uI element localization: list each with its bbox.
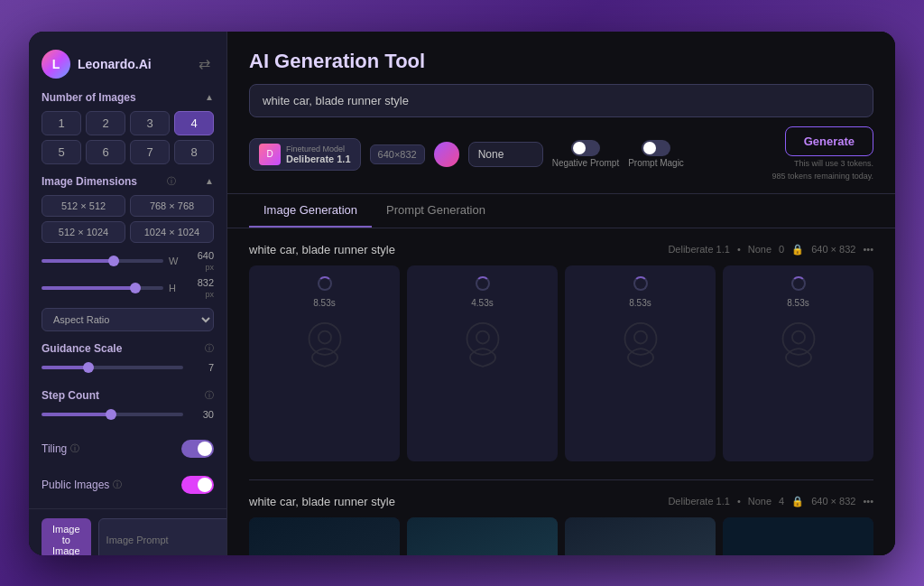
tiling-toggle[interactable] (181, 440, 214, 458)
dim-1024x1024[interactable]: 1024 × 1024 (130, 221, 214, 243)
tab-image-generation[interactable]: Image Generation (249, 194, 372, 228)
placeholder-icon-2 (451, 315, 514, 378)
guidance-slider-row: 7 (42, 362, 214, 373)
guidance-scale-section: Guidance Scale ⓘ 7 (29, 342, 226, 389)
load-time-3: 8.53s (629, 298, 651, 308)
step-slider-row: 30 (42, 409, 214, 420)
prompt-magic-toggle[interactable] (642, 140, 670, 156)
lock-icon: 🔒 (791, 244, 804, 256)
gen-header-1: white car, blade runner style Deliberate… (249, 243, 873, 256)
color-picker-button[interactable] (434, 142, 459, 167)
gen-meta-1: Deliberate 1.1 • None 0 🔒 640 × 832 ••• (668, 244, 873, 256)
load-time-2: 4.53s (471, 298, 493, 308)
controls-row: D Finetured Model Deliberate 1.1 640×832… (249, 126, 873, 182)
sidebar: L Leonardo.Ai ⇄ Number of Images ▲ 1 2 3… (29, 32, 227, 555)
tiling-toggle-row: Tiling ⓘ (42, 436, 214, 461)
step-value: 30 (189, 409, 214, 420)
section-divider (249, 479, 873, 480)
gen-prompt-2: white car, blade runner style (249, 495, 395, 508)
cyberpunk-scene-1 (249, 517, 400, 555)
style-select[interactable]: None Low Medium High (468, 142, 543, 167)
result-image-3[interactable] (565, 517, 716, 555)
num-btn-1[interactable]: 1 (42, 111, 81, 135)
num-btn-4[interactable]: 4 (174, 111, 214, 135)
guidance-value: 7 (189, 362, 214, 373)
dimension-badge: 640×832 (370, 144, 425, 164)
svg-point-7 (792, 330, 805, 343)
logo-area: L Leonardo.Ai (42, 50, 152, 79)
public-images-toggle[interactable] (181, 476, 214, 494)
cyberpunk-scene-3 (565, 517, 716, 555)
tokens-info: This will use 3 tokens. (794, 158, 873, 170)
result-image-2[interactable] (407, 517, 558, 555)
dim-768x768[interactable]: 768 × 768 (130, 195, 214, 217)
num-images-grid: 1 2 3 4 5 6 7 8 (42, 111, 214, 164)
public-images-toggle-row: Public Images ⓘ (42, 472, 214, 498)
result-image-1[interactable] (249, 517, 400, 555)
negative-prompt-toggle[interactable] (571, 140, 600, 156)
step-slider[interactable] (42, 413, 183, 416)
app-window: L Leonardo.Ai ⇄ Number of Images ▲ 1 2 3… (29, 32, 895, 555)
image-card-loading-1: 8.53s (249, 265, 400, 461)
step-count-header: Step Count ⓘ (42, 389, 214, 402)
guidance-scale-label: Guidance Scale (42, 342, 122, 355)
model-selector[interactable]: D Finetured Model Deliberate 1.1 (249, 138, 361, 171)
logo-avatar: L (42, 50, 70, 79)
aspect-ratio-select[interactable]: Aspect Ratio 1:1 4:3 16:9 (42, 308, 214, 331)
logo-text: Leonardo.Ai (78, 57, 152, 71)
image-prompt-input[interactable] (98, 518, 227, 555)
svg-point-0 (309, 322, 340, 354)
dim-512x512[interactable]: 512 × 512 (42, 195, 125, 217)
generate-button[interactable]: Generate (785, 126, 873, 156)
svg-point-4 (624, 322, 656, 354)
guidance-slider[interactable] (42, 366, 183, 369)
num-btn-7[interactable]: 7 (130, 140, 170, 164)
negative-prompt-label: Negative Prompt (552, 158, 619, 168)
image-to-image-button[interactable]: Image to Image (42, 518, 91, 555)
width-value: 640 px (189, 250, 214, 272)
gen-model-1: Deliberate 1.1 (668, 244, 730, 255)
num-images-collapse-icon[interactable]: ▲ (205, 92, 214, 102)
placeholder-icon-3 (609, 315, 672, 378)
public-images-section: Public Images ⓘ (29, 472, 226, 508)
dimensions-collapse-icon[interactable]: ▲ (205, 176, 214, 186)
width-slider[interactable] (42, 259, 163, 263)
num-btn-3[interactable]: 3 (130, 111, 170, 135)
sidebar-header: L Leonardo.Ai ⇄ (29, 42, 226, 91)
tokens-remaining: 985 tokens remaining today. (772, 171, 873, 182)
step-count-info-icon: ⓘ (205, 389, 214, 402)
prompt-magic-label: Prompt Magic (628, 158, 684, 168)
height-slider[interactable] (42, 286, 163, 290)
num-btn-6[interactable]: 6 (86, 140, 125, 164)
tiling-label: Tiling (42, 442, 67, 455)
guidance-info-icon: ⓘ (205, 342, 214, 355)
more-icon-2[interactable]: ••• (863, 496, 873, 507)
public-images-label-wrap: Public Images ⓘ (42, 479, 122, 491)
model-avatar: D (259, 144, 281, 165)
gen-dim-1: 640 × 832 (811, 244, 855, 255)
tiling-info-icon: ⓘ (70, 442, 79, 455)
num-images-section: Number of Images ▲ 1 2 3 4 5 6 7 8 (29, 91, 226, 175)
lock-icon-2: 🔒 (791, 496, 804, 507)
dim-512x1024[interactable]: 512 × 1024 (42, 221, 125, 243)
more-icon[interactable]: ••• (863, 244, 873, 255)
num-btn-8[interactable]: 8 (174, 140, 214, 164)
height-slider-row: H 832 px (42, 277, 214, 299)
result-image-4[interactable]: ⊞ (723, 517, 873, 555)
image-dimensions-section: Image Dimensions ⓘ ▲ 512 × 512 768 × 768… (29, 175, 226, 342)
width-slider-row: W 640 px (42, 250, 214, 272)
image-dimensions-header: Image Dimensions ⓘ ▲ (42, 175, 214, 188)
image-card-loading-3: 8.53s (565, 265, 716, 461)
dimensions-info-icon: ⓘ (167, 175, 176, 188)
svg-point-5 (634, 330, 647, 343)
collapse-sidebar-button[interactable]: ⇄ (195, 51, 214, 76)
step-count-section: Step Count ⓘ 30 (29, 389, 226, 436)
num-btn-2[interactable]: 2 (86, 111, 125, 135)
page-title: AI Generation Tool (249, 50, 873, 73)
tab-prompt-generation[interactable]: Prompt Generation (372, 194, 500, 228)
spinner-1 (318, 276, 332, 291)
prompt-bar[interactable]: white car, blade runner style (249, 84, 873, 117)
cyberpunk-scene-2 (407, 517, 558, 555)
num-btn-5[interactable]: 5 (42, 140, 81, 164)
load-time-4: 8.53s (787, 298, 808, 308)
